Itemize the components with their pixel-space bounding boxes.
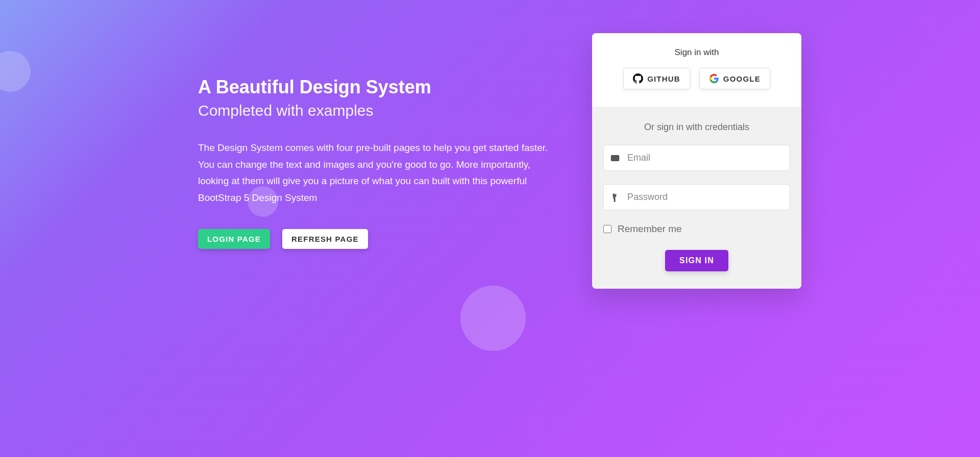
page-title: A Beautiful Design System [198, 77, 551, 98]
github-sign-in-button[interactable]: GITHUB [623, 68, 690, 89]
sign-in-button-wrap: SIGN IN [603, 250, 790, 271]
key-icon [610, 193, 620, 202]
social-buttons-group: GITHUB GOOGLE [607, 68, 786, 89]
refresh-page-button[interactable]: REFRESH PAGE [282, 229, 368, 249]
github-icon [633, 73, 643, 84]
decorative-circle [248, 186, 278, 217]
hero-button-group: LOGIN PAGE REFRESH PAGE [198, 229, 551, 249]
google-sign-in-button[interactable]: GOOGLE [699, 68, 770, 89]
hero-section: A Beautiful Design System Completed with… [198, 77, 551, 249]
decorative-circle [460, 286, 526, 351]
login-card: Sign in with GITHUB GOOGLE [592, 33, 801, 289]
remember-checkbox[interactable] [603, 225, 611, 233]
login-page-button[interactable]: LOGIN PAGE [198, 229, 270, 249]
login-card-header: Sign in with GITHUB GOOGLE [592, 33, 801, 107]
email-field[interactable] [603, 145, 790, 171]
sign-in-with-label: Sign in with [607, 47, 786, 58]
page-container: A Beautiful Design System Completed with… [0, 0, 980, 457]
github-button-label: GITHUB [647, 74, 680, 83]
remember-me-label[interactable]: Remember me [618, 223, 682, 235]
remember-me-group: Remember me [603, 223, 790, 235]
google-icon [709, 73, 719, 84]
page-subtitle: Completed with examples [198, 102, 551, 119]
sign-in-button[interactable]: SIGN IN [665, 250, 728, 271]
google-button-label: GOOGLE [723, 74, 761, 83]
login-card-body: Or sign in with credentials Remember me [592, 107, 801, 289]
email-input-group [603, 145, 790, 171]
credentials-label: Or sign in with credentials [603, 122, 790, 133]
email-icon [610, 154, 620, 163]
password-input-group [603, 184, 790, 210]
password-field[interactable] [603, 184, 790, 210]
